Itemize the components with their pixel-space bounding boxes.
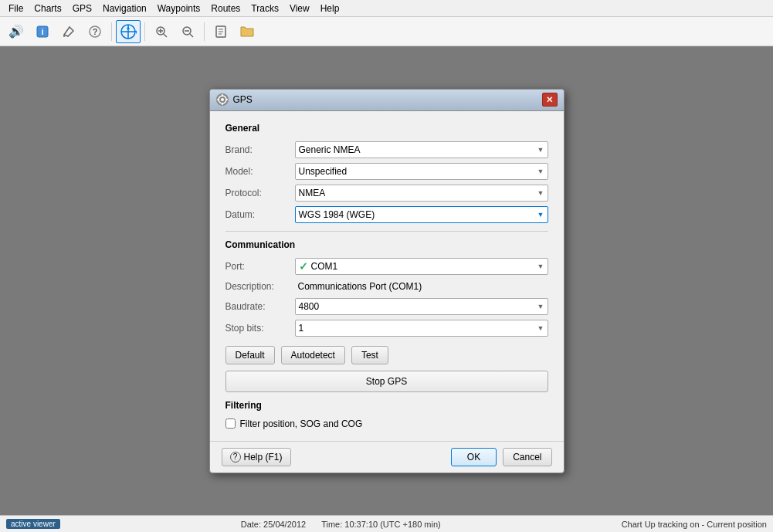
brand-dropdown[interactable]: Generic NMEA ▼ bbox=[295, 141, 548, 158]
filter-checkbox-row: Filter position, SOG and COG bbox=[225, 418, 548, 429]
svg-line-11 bbox=[164, 34, 167, 37]
toolbar-info-btn[interactable]: i bbox=[30, 20, 55, 43]
protocol-row: Protocol: NMEA ▼ bbox=[225, 185, 548, 202]
port-value: COM1 bbox=[311, 261, 338, 272]
statusbar: active viewer Date: 25/04/2012 Time: 10:… bbox=[0, 515, 773, 532]
toolbar-separator-3 bbox=[204, 22, 205, 41]
protocol-value: NMEA bbox=[299, 188, 326, 198]
filter-checkbox[interactable] bbox=[225, 418, 236, 429]
brand-row: Brand: Generic NMEA ▼ bbox=[225, 141, 548, 158]
protocol-label: Protocol: bbox=[225, 188, 295, 198]
status-time: Time: 10:37:10 (UTC +180 min) bbox=[321, 520, 441, 529]
model-label: Model: bbox=[225, 166, 295, 177]
menu-navigation[interactable]: Navigation bbox=[97, 2, 152, 15]
dialog-title: GPS bbox=[233, 94, 253, 105]
cancel-button[interactable]: Cancel bbox=[503, 448, 551, 466]
gps-icon bbox=[216, 93, 229, 106]
description-row: Description: Communications Port (COM1) bbox=[225, 280, 548, 293]
filtering-section-title: Filtering bbox=[225, 400, 548, 411]
toolbar-pencil-btn[interactable] bbox=[56, 20, 81, 43]
menu-charts[interactable]: Charts bbox=[29, 2, 66, 15]
menu-help[interactable]: Help bbox=[315, 2, 345, 15]
menu-tracks[interactable]: Tracks bbox=[246, 2, 284, 15]
dialog-titlebar: GPS ✕ bbox=[210, 90, 564, 111]
svg-line-15 bbox=[190, 34, 193, 37]
menu-gps[interactable]: GPS bbox=[67, 2, 97, 15]
dialog-footer: ? Help (F1) OK Cancel bbox=[210, 441, 564, 473]
stopbits-value: 1 bbox=[299, 323, 304, 334]
dialog-close-button[interactable]: ✕ bbox=[542, 93, 558, 107]
stopbits-arrow: ▼ bbox=[537, 324, 544, 332]
dialog-body: General Brand: Generic NMEA ▼ Model: Uns… bbox=[210, 111, 564, 441]
filtering-section: Filtering Filter position, SOG and COG bbox=[225, 400, 548, 429]
port-label: Port: bbox=[225, 261, 295, 272]
menu-file[interactable]: File bbox=[3, 2, 29, 15]
dialog-title-left: GPS bbox=[216, 93, 253, 106]
port-arrow: ▼ bbox=[537, 263, 544, 270]
menu-view[interactable]: View bbox=[284, 2, 315, 15]
baudrate-value: 4800 bbox=[299, 301, 320, 312]
model-dropdown[interactable]: Unspecified ▼ bbox=[295, 163, 548, 180]
toolbar-navigate-btn[interactable]: ▼ bbox=[116, 20, 141, 43]
statusbar-left: active viewer bbox=[6, 519, 60, 529]
description-label: Description: bbox=[225, 281, 295, 292]
gps-dialog: GPS ✕ General Brand: Generic NMEA ▼ Mode… bbox=[209, 89, 564, 473]
com-check-icon: ✓ bbox=[299, 260, 308, 273]
autodetect-button[interactable]: Autodetect bbox=[281, 346, 345, 364]
help-circle-icon: ? bbox=[230, 452, 241, 463]
toolbar-help-btn[interactable]: ? bbox=[83, 20, 107, 43]
stop-gps-button[interactable]: Stop GPS bbox=[225, 371, 548, 392]
toolbar-separator-1 bbox=[111, 22, 112, 41]
baudrate-dropdown[interactable]: 4800 ▼ bbox=[295, 298, 548, 315]
datum-dropdown[interactable]: WGS 1984 (WGE) ▼ bbox=[295, 206, 548, 223]
main-content: GPS ✕ General Brand: Generic NMEA ▼ Mode… bbox=[0, 46, 773, 515]
toolbar-sound-btn[interactable]: 🔊 bbox=[4, 20, 29, 43]
description-value: Communications Port (COM1) bbox=[295, 280, 548, 293]
help-label: Help (F1) bbox=[244, 452, 283, 463]
action-buttons-row: Default Autodetect Test bbox=[225, 346, 548, 364]
menu-waypoints[interactable]: Waypoints bbox=[152, 2, 206, 15]
svg-text:▼: ▼ bbox=[134, 29, 137, 36]
datum-value: WGS 1984 (WGE) bbox=[299, 209, 375, 220]
menu-routes[interactable]: Routes bbox=[205, 2, 246, 15]
general-section-title: General bbox=[225, 123, 548, 134]
model-arrow: ▼ bbox=[537, 168, 544, 175]
toolbar-zoom-in-btn[interactable] bbox=[149, 20, 174, 43]
baudrate-row: Baudrate: 4800 ▼ bbox=[225, 298, 548, 315]
datum-row: Datum: WGS 1984 (WGE) ▼ bbox=[225, 206, 548, 223]
toolbar-separator-2 bbox=[144, 22, 145, 41]
ok-button[interactable]: OK bbox=[451, 448, 497, 466]
datum-arrow: ▼ bbox=[537, 211, 544, 219]
dialog-overlay: GPS ✕ General Brand: Generic NMEA ▼ Mode… bbox=[0, 46, 773, 515]
datum-label: Datum: bbox=[225, 209, 295, 220]
stopbits-dropdown[interactable]: 1 ▼ bbox=[295, 320, 548, 337]
model-row: Model: Unspecified ▼ bbox=[225, 163, 548, 180]
baudrate-arrow: ▼ bbox=[537, 303, 544, 310]
menubar: File Charts GPS Navigation Waypoints Rou… bbox=[0, 0, 773, 17]
default-button[interactable]: Default bbox=[225, 346, 275, 364]
port-row: Port: ✓ COM1 ▼ bbox=[225, 258, 548, 275]
tracking-status: Chart Up tracking on - Current position bbox=[622, 520, 767, 529]
svg-text:i: i bbox=[41, 27, 43, 36]
stopbits-label: Stop bits: bbox=[225, 323, 295, 334]
baudrate-label: Baudrate: bbox=[225, 301, 295, 312]
toolbar: 🔊 i ? ▼ bbox=[0, 17, 773, 46]
model-value: Unspecified bbox=[299, 166, 348, 177]
section-divider-1 bbox=[225, 231, 548, 232]
help-button[interactable]: ? Help (F1) bbox=[222, 448, 291, 466]
toolbar-zoom-out-btn[interactable] bbox=[175, 20, 200, 43]
filter-checkbox-label[interactable]: Filter position, SOG and COG bbox=[240, 418, 363, 429]
protocol-arrow: ▼ bbox=[537, 189, 544, 197]
status-date: Date: 25/04/2012 bbox=[241, 520, 306, 529]
toolbar-folder-btn[interactable] bbox=[235, 20, 259, 43]
toolbar-page-btn[interactable] bbox=[209, 20, 233, 43]
protocol-dropdown[interactable]: NMEA ▼ bbox=[295, 185, 548, 202]
brand-label: Brand: bbox=[225, 144, 295, 155]
svg-point-22 bbox=[221, 98, 224, 101]
test-button[interactable]: Test bbox=[351, 346, 388, 364]
statusbar-right: Chart Up tracking on - Current position bbox=[622, 520, 767, 529]
svg-marker-8 bbox=[127, 26, 130, 29]
port-dropdown[interactable]: ✓ COM1 ▼ bbox=[295, 258, 548, 275]
communication-section-title: Communication bbox=[225, 239, 548, 250]
brand-arrow: ▼ bbox=[537, 146, 544, 154]
